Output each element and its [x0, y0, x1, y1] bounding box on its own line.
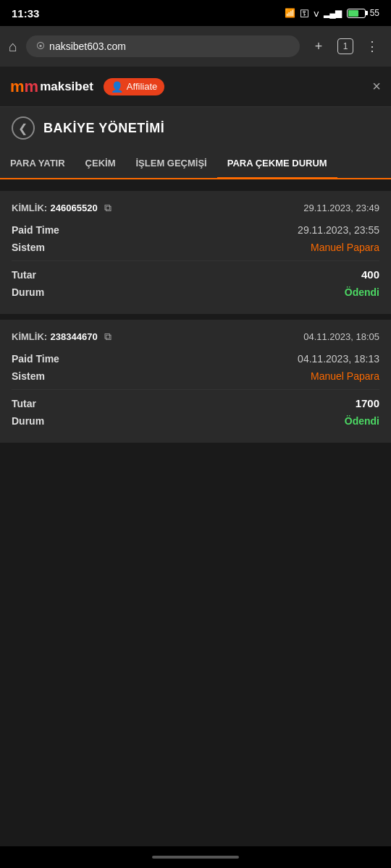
kimlik-value-1: 246065520 — [51, 203, 98, 213]
home-button[interactable]: ⌂ — [9, 38, 17, 55]
durum-row-2: Durum Ödendi — [12, 415, 379, 427]
url-bar[interactable]: ⦿ naksibet603.com — [26, 35, 300, 57]
status-time: 11:33 — [12, 7, 39, 20]
url-text: naksibet603.com — [49, 41, 126, 52]
signal-bars-icon: ▂▄▆ — [324, 8, 341, 18]
logo-area: mm maksibet — [10, 79, 93, 95]
tutar-value-1: 400 — [361, 268, 379, 281]
logo-text: maksibet — [40, 80, 93, 94]
copy-icon-2[interactable]: ⧉ — [104, 331, 112, 343]
divider-2 — [12, 389, 379, 390]
tab-counter[interactable]: 1 — [337, 38, 353, 54]
tutar-value-2: 1700 — [356, 397, 379, 409]
copy-icon-1[interactable]: ⧉ — [104, 202, 112, 214]
tab-para-yatir[interactable]: PARA YATIR — [0, 149, 75, 179]
tutar-label-1: Tutar — [12, 269, 36, 281]
transaction-card-2: KİMLİK: 238344670 ⧉ 04.11.2023, 18:05 Pa… — [0, 320, 391, 443]
transaction-card-1: KİMLİK: 246065520 ⧉ 29.11.2023, 23:49 Pa… — [0, 191, 391, 314]
tutar-label-2: Tutar — [12, 398, 36, 409]
status-bar: 11:33 📶 ⚿ ⅴ ▂▄▆ 55 — [0, 0, 391, 26]
card-header-row-1: KİMLİK: 246065520 ⧉ 29.11.2023, 23:49 — [12, 201, 379, 214]
home-indicator — [152, 856, 239, 859]
add-tab-button[interactable]: + — [308, 39, 329, 54]
durum-value-1: Ödendi — [345, 286, 379, 298]
affiliate-badge-text: Affiliate — [127, 81, 157, 92]
sistem-label-1: Sistem — [12, 242, 45, 253]
wifi-icon: ⚿ — [300, 8, 309, 19]
browser-bar: ⌂ ⦿ naksibet603.com + 1 ⋮ — [0, 26, 391, 67]
paid-time-row-1: Paid Time 29.11.2023, 23:55 — [12, 224, 379, 236]
content-area: KİMLİK: 246065520 ⧉ 29.11.2023, 23:49 Pa… — [0, 179, 391, 454]
url-security-icon: ⦿ — [36, 41, 45, 51]
nav-tabs: PARA YATIR ÇEKİM İŞLEM GEÇMİŞİ PARA ÇEKM… — [0, 149, 391, 179]
app-header: mm maksibet 👤 Affiliate × — [0, 67, 391, 107]
kimlik-value-2: 238344670 — [51, 331, 98, 342]
kimlik-label-2: KİMLİK: — [12, 331, 47, 342]
signal-icon: ⅴ — [314, 8, 319, 19]
paid-time-value-1: 29.11.2023, 23:55 — [298, 224, 379, 236]
header-left: mm maksibet 👤 Affiliate — [10, 78, 164, 95]
kimlik-label-1: KİMLİK: — [12, 203, 47, 213]
back-button[interactable]: ❮ — [12, 116, 35, 140]
bluetooth-icon: 📶 — [285, 8, 295, 18]
battery-fill — [348, 10, 358, 17]
close-button[interactable]: × — [372, 78, 381, 95]
browser-menu-button[interactable]: ⋮ — [362, 38, 382, 54]
page-header: ❮ BAKİYE YÖNETİMİ — [0, 107, 391, 149]
durum-value-2: Ödendi — [345, 415, 379, 427]
divider-1 — [12, 260, 379, 261]
durum-label-1: Durum — [12, 286, 44, 298]
logo: mm maksibet — [10, 79, 93, 95]
card-header-row-2: KİMLİK: 238344670 ⧉ 04.11.2023, 18:05 — [12, 330, 379, 343]
tab-cekim[interactable]: ÇEKİM — [75, 149, 126, 179]
paid-time-value-2: 04.11.2023, 18:13 — [298, 353, 379, 365]
kimlik-row-2: KİMLİK: 238344670 ⧉ — [12, 330, 112, 343]
card-date-1: 29.11.2023, 23:49 — [303, 203, 379, 213]
durum-label-2: Durum — [12, 415, 44, 427]
tutar-row-1: Tutar 400 — [12, 268, 379, 281]
paid-time-label-1: Paid Time — [12, 224, 59, 236]
battery-percent: 55 — [370, 8, 379, 18]
tab-islem-gecmisi[interactable]: İŞLEM GEÇMİŞİ — [126, 149, 217, 179]
sistem-label-2: Sistem — [12, 370, 45, 382]
sistem-value-1: Manuel Papara — [311, 242, 379, 253]
sistem-row-1: Sistem Manuel Papara — [12, 242, 379, 253]
sistem-row-2: Sistem Manuel Papara — [12, 370, 379, 382]
page-title: BAKİYE YÖNETİMİ — [43, 121, 164, 136]
battery-icon — [347, 9, 366, 18]
paid-time-row-2: Paid Time 04.11.2023, 18:13 — [12, 353, 379, 365]
kimlik-row-1: KİMLİK: 246065520 ⧉ — [12, 201, 112, 214]
back-arrow-icon: ❮ — [18, 122, 28, 135]
bottom-nav-bar — [0, 846, 391, 868]
logo-m-left: m — [10, 79, 25, 95]
card-date-2: 04.11.2023, 18:05 — [303, 331, 379, 342]
durum-row-1: Durum Ödendi — [12, 286, 379, 298]
paid-time-label-2: Paid Time — [12, 353, 59, 365]
tutar-row-2: Tutar 1700 — [12, 397, 379, 409]
tab-para-cekme-durum[interactable]: PARA ÇEKME DURUM — [217, 149, 337, 179]
affiliate-badge[interactable]: 👤 Affiliate — [104, 78, 164, 95]
status-icons: 📶 ⚿ ⅴ ▂▄▆ 55 — [285, 8, 379, 19]
sistem-value-2: Manuel Papara — [311, 370, 379, 382]
logo-m-right: m — [25, 79, 39, 95]
affiliate-badge-icon: 👤 — [111, 81, 123, 93]
